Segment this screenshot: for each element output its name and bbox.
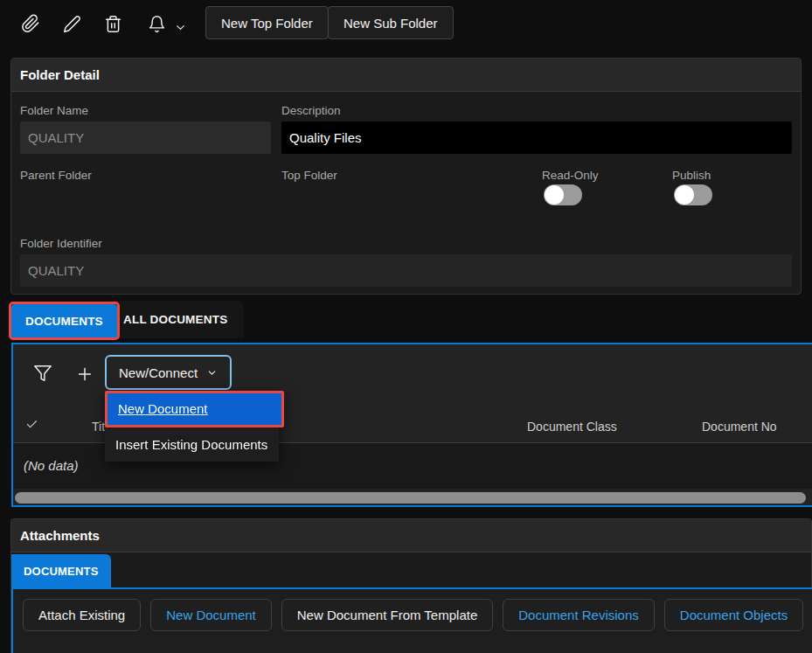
top-folder-label: Top Folder	[281, 169, 337, 182]
read-only-toggle-knob	[545, 185, 564, 205]
read-only-toggle[interactable]	[544, 184, 582, 205]
documents-tab-highlight-box: DOCUMENTS	[9, 302, 120, 340]
menu-item-insert-existing-documents[interactable]: Insert Existing Documents	[105, 427, 279, 462]
notifications-chevron-down-icon[interactable]	[169, 16, 191, 38]
folder-identifier-label: Folder Identifier	[20, 237, 102, 250]
filter-icon[interactable]	[33, 364, 54, 385]
attachments-title: Attachments	[11, 519, 811, 552]
attach-paperclip-icon[interactable]	[19, 12, 42, 35]
column-header-document-class[interactable]: Document Class	[527, 420, 617, 434]
new-connect-dropdown-menu: New Document Insert Existing Documents	[105, 391, 284, 462]
publish-toggle[interactable]	[674, 184, 712, 205]
select-all-check-icon[interactable]	[25, 418, 38, 434]
folder-name-input[interactable]: QUALITY	[20, 122, 271, 154]
attachments-tab-documents[interactable]: DOCUMENTS	[11, 554, 111, 587]
attachments-tab-content: Attach Existing New Document New Documen…	[11, 587, 812, 653]
new-top-folder-button[interactable]: New Top Folder	[205, 6, 329, 39]
tab-documents[interactable]: DOCUMENTS	[11, 304, 117, 337]
add-plus-icon[interactable]	[75, 365, 96, 386]
folder-identifier-input[interactable]: QUALITY	[20, 254, 792, 287]
new-document-from-template-button[interactable]: New Document From Template	[281, 599, 493, 631]
document-objects-button[interactable]: Document Objects	[664, 599, 803, 631]
tab-all-documents[interactable]: ALL DOCUMENTS	[107, 301, 244, 338]
read-only-label: Read-Only	[542, 169, 599, 182]
description-input[interactable]: Quality Files	[281, 122, 792, 154]
new-connect-dropdown-button[interactable]: New/Connect	[105, 355, 232, 390]
no-data-text: (No data)	[24, 458, 79, 473]
publish-label: Publish	[672, 169, 711, 182]
parent-folder-label: Parent Folder	[20, 169, 92, 182]
column-header-document-no[interactable]: Document No	[702, 420, 777, 434]
attach-existing-button[interactable]: Attach Existing	[23, 599, 141, 631]
horizontal-scrollbar	[13, 491, 812, 505]
new-connect-label: New/Connect	[119, 365, 198, 380]
chevron-down-icon	[206, 367, 218, 379]
attachments-panel: Attachments DOCUMENTS Attach Existing Ne…	[10, 518, 812, 653]
folder-name-label: Folder Name	[20, 104, 88, 117]
description-label: Description	[281, 104, 341, 117]
edit-pencil-icon[interactable]	[60, 12, 83, 35]
notifications-bell-icon[interactable]	[145, 12, 168, 35]
delete-trash-icon[interactable]	[101, 12, 124, 35]
new-sub-folder-button[interactable]: New Sub Folder	[328, 6, 454, 39]
folder-detail-panel: Folder Detail Folder Name QUALITY Descri…	[10, 58, 802, 295]
document-revisions-button[interactable]: Document Revisions	[503, 599, 655, 631]
new-document-button[interactable]: New Document	[150, 599, 272, 631]
folder-detail-title: Folder Detail	[11, 59, 801, 92]
new-document-highlight-box: New Document	[105, 391, 284, 427]
menu-item-new-document[interactable]: New Document	[108, 393, 281, 425]
app-window: New Top Folder New Sub Folder Folder Det…	[0, 0, 812, 653]
horizontal-scrollbar-thumb[interactable]	[15, 492, 806, 504]
publish-toggle-knob	[675, 185, 694, 205]
attachments-button-row: Attach Existing New Document New Documen…	[23, 599, 803, 631]
